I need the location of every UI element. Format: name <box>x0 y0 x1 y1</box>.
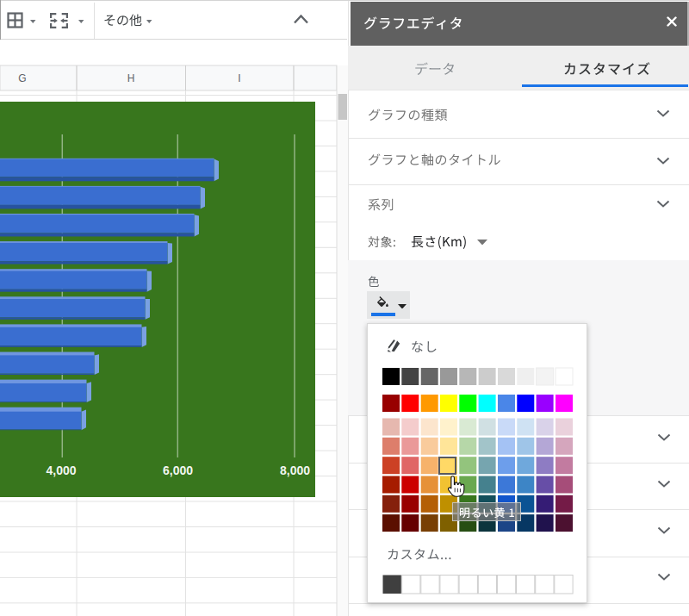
svg-text:I: I <box>238 72 240 84</box>
svg-text:8,000: 8,000 <box>280 464 310 477</box>
svg-text:G: G <box>18 72 26 84</box>
svg-text:4,000: 4,000 <box>46 464 76 477</box>
svg-text:6,000: 6,000 <box>163 464 193 477</box>
svg-text:H: H <box>127 72 135 84</box>
